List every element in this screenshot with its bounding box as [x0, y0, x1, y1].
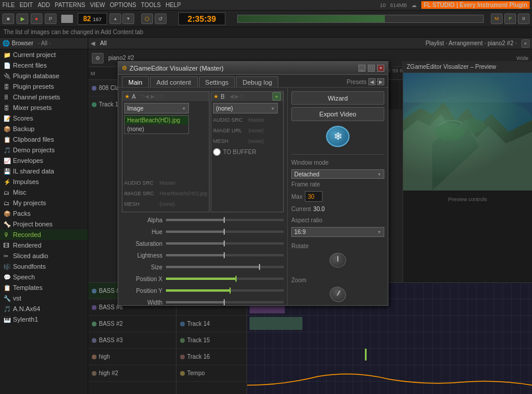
envelope-icon: 📈: [4, 158, 11, 164]
sidebar-item-rendered[interactable]: 🎞 Rendered: [0, 240, 88, 251]
rotate-knob[interactable]: [330, 253, 346, 268]
sidebar-item-project-bones[interactable]: 🦴 Project bones: [0, 219, 88, 229]
window-mode-dropdown[interactable]: Detached: [291, 169, 384, 179]
width-slider[interactable]: [166, 301, 284, 303]
plugin-maximize[interactable]: □: [368, 65, 375, 72]
playlist-close[interactable]: ×: [521, 39, 530, 48]
wizard-button[interactable]: Wizard: [291, 91, 384, 105]
menu-help[interactable]: HELP: [165, 2, 181, 8]
size-slider[interactable]: [166, 266, 284, 268]
sidebar-item-sliced-audio[interactable]: ✂ Sliced audio: [0, 251, 88, 261]
menu-bar: FILE EDIT ADD PATTERNS VIEW OPTIONS TOOL…: [0, 0, 532, 11]
backup-icon: 📦: [4, 126, 11, 132]
section-a-content: Image HeartBeach(HD).jpg (none): [122, 101, 209, 212]
bottom-track-track15: Track 15: [177, 332, 247, 349]
track-dot-16: [180, 355, 185, 359]
bpm-down[interactable]: ▼: [122, 14, 134, 24]
zoom-knob[interactable]: [327, 283, 349, 305]
tab-settings[interactable]: Settings: [199, 76, 235, 87]
param-width: Width: [122, 297, 284, 305]
pattern-mode-btn[interactable]: ⬡: [141, 14, 153, 24]
sidebar-item-impulses[interactable]: ⚡ Impulses: [0, 176, 88, 187]
tab-add-content[interactable]: Add content: [150, 76, 198, 87]
track-dot-bass2: [92, 322, 97, 326]
presets-bar: Presets ◀ ▶: [347, 78, 384, 85]
image-type-dropdown[interactable]: Image: [124, 103, 189, 113]
saturation-slider[interactable]: [166, 242, 284, 245]
star-a-icon: ★: [125, 94, 129, 99]
menu-file[interactable]: FILE: [2, 2, 15, 8]
tab-debug-log[interactable]: Debug log: [236, 76, 278, 87]
preset-next[interactable]: ▶: [377, 78, 384, 85]
menu-edit[interactable]: EDIT: [19, 2, 33, 8]
alpha-slider[interactable]: [166, 219, 284, 221]
sidebar-item-recent-files[interactable]: 📄 Recent files: [0, 60, 88, 71]
position-y-slider[interactable]: [166, 289, 284, 292]
plugin-minimize[interactable]: _: [358, 65, 365, 72]
sidebar-item-backup[interactable]: 📦 Backup: [0, 123, 88, 134]
menu-tools[interactable]: TOOLS: [141, 2, 161, 8]
stop-button[interactable]: ■: [2, 14, 14, 24]
sidebar-item-envelopes[interactable]: 📈 Envelopes: [0, 155, 88, 166]
loop-btn[interactable]: ↺: [155, 14, 167, 24]
track-dot-bass3: [92, 289, 97, 293]
sidebar-item-an-ax64[interactable]: 🎵 A.N.Ax64: [0, 303, 88, 314]
plugin-left-panel: ★ A ? ◀ ▶ □ □ Image: [118, 88, 288, 305]
fl-studio-logo: FL STUDIO | Every Instrument Plugin: [421, 1, 530, 9]
pattern-button[interactable]: P: [45, 14, 56, 24]
mixer-btn[interactable]: M: [491, 14, 503, 24]
sidebar-item-sylenth1[interactable]: 🎹 Sylenth1: [0, 314, 88, 325]
sidebar-item-il-shared[interactable]: 💾 IL shared data: [0, 166, 88, 176]
to-buffer-radio[interactable]: [213, 148, 221, 156]
sidebar-item-my-projects[interactable]: 🗂 My projects: [0, 198, 88, 208]
image-option-none[interactable]: (none): [125, 125, 188, 133]
piano-roll-btn[interactable]: P: [504, 14, 516, 24]
soundfont-icon: 🎼: [4, 263, 11, 270]
sidebar-item-speech[interactable]: 💬 Speech: [0, 272, 88, 282]
sidebar-item-clipboard-files[interactable]: 📋 Clipboard files: [0, 134, 88, 145]
none-dropdown[interactable]: (none): [213, 103, 278, 113]
sidebar-item-demo-projects[interactable]: 🎵 Demo projects: [0, 145, 88, 155]
sidebar-item-templates[interactable]: 📋 Templates: [0, 282, 88, 293]
projects-icon: 🗂: [4, 200, 11, 206]
plugin-logo-icon: ⚙: [122, 65, 127, 71]
sidebar-item-scores[interactable]: 📝 Scores: [0, 113, 88, 123]
lightness-slider[interactable]: [166, 254, 284, 256]
snowflake-button[interactable]: ❄: [326, 126, 350, 147]
sidebar-item-packs[interactable]: 📦 Packs: [0, 208, 88, 219]
export-video-button[interactable]: Export Video: [291, 107, 384, 121]
piano-roll-settings[interactable]: ⚙: [92, 53, 104, 64]
time-display: 2:35:39: [178, 12, 225, 25]
record-button[interactable]: ●: [31, 14, 42, 24]
zoom-label: Zoom: [291, 277, 384, 283]
sidebar-item-channel-presets[interactable]: 🎚 Channel presets: [0, 92, 88, 102]
sidebar-item-vst[interactable]: 🔧 vst: [0, 293, 88, 303]
bpm-display[interactable]: 82 167: [78, 13, 107, 25]
browser-btn[interactable]: B: [518, 14, 530, 24]
sidebar-item-plugin-database[interactable]: 🔌 Plugin database: [0, 71, 88, 81]
image-option-heartbeach[interactable]: HeartBeach(HD).jpg: [125, 116, 188, 125]
vst-icon: 🔧: [4, 295, 11, 302]
hue-slider[interactable]: [166, 231, 284, 233]
sidebar-item-mixer-presets[interactable]: 🎛 Mixer presets: [0, 102, 88, 113]
plugin-close[interactable]: ×: [377, 65, 384, 72]
sidebar-item-recorded[interactable]: 🎙 Recorded: [0, 229, 88, 240]
tab-main[interactable]: Main: [122, 76, 149, 87]
bpm-up[interactable]: ▲: [109, 14, 121, 24]
menu-options[interactable]: OPTIONS: [109, 2, 136, 8]
sidebar-item-plugin-presets[interactable]: 🎛 Plugin presets: [0, 81, 88, 92]
menu-add[interactable]: ADD: [38, 2, 50, 8]
add-section-btn[interactable]: +: [272, 92, 281, 101]
preset-prev[interactable]: ◀: [368, 78, 375, 85]
aspect-ratio-dropdown[interactable]: 16:9: [291, 227, 384, 236]
sidebar-item-misc[interactable]: 🗂 Misc: [0, 187, 88, 198]
sidebar-item-current-project[interactable]: 📁 Current project: [0, 49, 88, 60]
menu-view[interactable]: VIEW: [90, 2, 105, 8]
sidebar-item-soundfonts[interactable]: 🎼 Soundfonts: [0, 261, 88, 272]
piano-roll-block-3: [250, 317, 302, 330]
menu-patterns[interactable]: PATTERNS: [55, 2, 85, 8]
plugin-window: ⚙ ZGameEditor Visualizer (Master) _ □ × …: [118, 61, 388, 306]
position-x-slider[interactable]: [166, 278, 284, 280]
bottom-track-track16: Track 16: [177, 349, 247, 365]
play-button[interactable]: ▶: [16, 14, 28, 24]
